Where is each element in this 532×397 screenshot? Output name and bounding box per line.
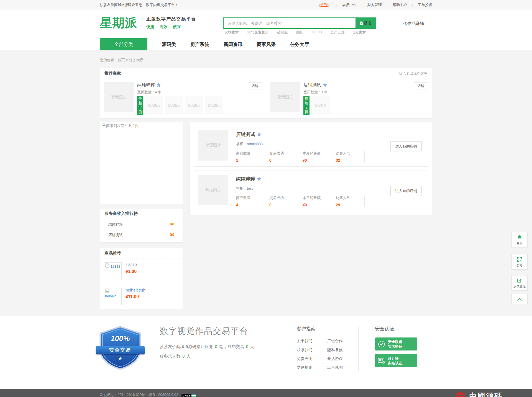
stat-cell: 访客人气 32 — [336, 151, 365, 163]
footer-link-contact-us[interactable]: 联系我们 — [297, 347, 327, 352]
shop-button[interactable]: 店铺 — [248, 82, 262, 89]
nav-all-categories[interactable]: 全部分类 — [100, 38, 147, 50]
topbar-link-member-center[interactable]: 会员中心 — [342, 2, 357, 7]
enter-shop-button[interactable]: 进入Ta的店铺 — [390, 141, 422, 151]
revenue-ranking-panel: 服务商收入排行榜 纯纯粹粹 ¥0 店铺测试 ¥0 — [100, 208, 183, 243]
shop-image-placeholder[interactable]: 暂无图片 — [198, 130, 228, 161]
product-thumb[interactable]: 12313 — [104, 262, 122, 280]
hot-keyword[interactable]: 会声会影 — [331, 30, 345, 35]
shop-image-placeholder[interactable]: 暂无图片 — [198, 175, 228, 205]
star-icon — [323, 83, 327, 87]
topbar-link-help-center[interactable]: 帮助中心 — [393, 2, 407, 7]
stat-cell: 交易成功 0 — [269, 151, 298, 163]
upload-works-button[interactable]: 上传作品赚钱 — [391, 18, 432, 29]
footer-link-trade-rules[interactable]: 交易规则 — [297, 365, 327, 370]
product-thumb-alt: heiheic — [105, 294, 116, 298]
hot-keyword[interactable]: 破解版 — [277, 30, 288, 35]
item-thumb-placeholder[interactable]: 暂无图片 — [185, 96, 203, 114]
hot-keyword[interactable]: LOGO — [312, 30, 322, 35]
platform-title: 数字视觉作品交易平台 — [160, 326, 281, 337]
served-count: 0 — [215, 344, 217, 349]
tagline: 正版数字产品交易平台 便捷 高效 便宜 — [146, 16, 196, 29]
nav-item-merchant-style[interactable]: 商家风采 — [257, 41, 276, 48]
product-recommend-panel: 商品推荐 12313 12313 ¥1.00 — [100, 248, 183, 310]
panel-title: 商品推荐 — [104, 251, 121, 256]
security-certification: 安全认证 安全联盟 实名验证 设计师 实名认证 — [375, 326, 417, 371]
hot-keyword[interactable]: 婚庆 — [296, 30, 303, 35]
product-item: heiheic heiheiceshi ¥11.00 — [100, 284, 183, 309]
bell-icon — [517, 234, 522, 240]
product-price: ¥11.00 — [126, 294, 146, 299]
qr-code-icon — [517, 257, 522, 262]
merchant-image-placeholder[interactable]: 暂无图片 — [270, 82, 300, 112]
nav-item-real-estate[interactable]: 房产系统 — [190, 41, 209, 48]
shop-button[interactable]: 店铺 — [414, 82, 428, 89]
search-input[interactable] — [224, 18, 355, 28]
edit-icon — [517, 278, 522, 283]
product-thumb[interactable]: heiheic — [104, 288, 122, 305]
footer-link-about-us[interactable]: 关于我们 — [297, 339, 327, 344]
divider — [142, 16, 142, 29]
feedback-button[interactable]: 反馈意见 — [511, 275, 528, 291]
enter-shop-button[interactable]: 进入Ta的店铺 — [390, 186, 422, 196]
nav-item-news[interactable]: 新闻资讯 — [224, 41, 242, 48]
shop-name[interactable]: 纯纯粹粹 — [236, 176, 255, 182]
divider: | — [362, 3, 362, 7]
pavilion-icon — [454, 391, 467, 397]
item-thumb-placeholder[interactable]: 暂无图片 — [205, 96, 223, 114]
security-alliance-badge[interactable]: 安全联盟 实名验证 — [375, 337, 417, 350]
footer-link-sell-instructions[interactable]: 出售说明 — [327, 365, 358, 370]
hot-keyword[interactable]: 实拍素材 — [224, 30, 239, 35]
product-price: ¥1.00 — [126, 269, 137, 274]
ranking-shop-name[interactable]: 店铺测试 — [108, 233, 123, 238]
shop-list: 暂无图片 店铺测试 掌柜：admin888 商品数量 1 — [190, 122, 432, 215]
shop-name[interactable]: 店铺测试 — [236, 131, 255, 138]
ranking-value: ¥0 — [170, 233, 174, 238]
product-title[interactable]: heiheiceshi — [126, 288, 146, 292]
item-thumb-placeholder[interactable]: 暂无图片 — [145, 96, 163, 114]
cnzz-counter-badge[interactable]: CNZZ — [181, 394, 196, 397]
merchant-image-placeholder[interactable]: 暂无图片 — [104, 82, 134, 112]
hot-keyword[interactable]: 1元素材 — [353, 30, 366, 35]
ad-banner[interactable]: 商家列表页左上广告 — [100, 122, 183, 204]
footer-link-disclaimer[interactable]: 免责声明 — [297, 356, 327, 361]
breadcrumb: 您的位置：首页 > 任务大厅 — [100, 50, 432, 63]
appear-here-link[interactable]: 我也要出现在这里 — [399, 71, 428, 76]
users-stats-line: 服务总人数8人 — [160, 354, 281, 359]
site-logo[interactable]: 星期派 — [100, 17, 137, 29]
back-to-top-button[interactable] — [511, 294, 528, 304]
nav-item-task-hall[interactable]: 任务大厅 — [290, 41, 309, 48]
search-submit-button[interactable]: 提交 — [355, 18, 375, 28]
footer-link-ad-cooperation[interactable]: 广告合作 — [327, 339, 358, 344]
trade-amount: 0 — [246, 344, 248, 349]
designer-verified-badge[interactable]: 设计师 实名认证 — [375, 354, 417, 367]
nav-item-source-code[interactable]: 源码类 — [162, 41, 176, 48]
topbar-link-finance[interactable]: 财务管理 — [367, 2, 382, 7]
merchant-name[interactable]: 纯纯粹粹 — [137, 82, 155, 88]
checkin-link[interactable]: 签到 — [321, 3, 328, 7]
product-title[interactable]: 12313 — [126, 262, 137, 267]
badge-ribbon: 安全交易 — [96, 346, 145, 354]
item-thumb-placeholder[interactable]: 暂无图片 — [311, 96, 329, 114]
ranking-shop-name[interactable]: 纯纯粹粹 — [108, 222, 123, 227]
left-sidebar: 商家列表页左上广告 服务商收入排行榜 纯纯粹粹 ¥0 店铺测试 ¥0 — [100, 122, 183, 310]
customer-service-button[interactable]: 客服 — [511, 232, 528, 248]
header: 星期派 正版数字产品交易平台 便捷 高效 便宜 提交 实拍素材 — [0, 10, 532, 50]
breadcrumb-home[interactable]: 首页 — [118, 58, 125, 62]
item-thumb-placeholder[interactable]: 暂无图片 — [165, 96, 183, 114]
hot-keywords: 实拍素材 大气企业相册 破解版 婚庆 LOGO 会声会影 1元素材 — [224, 30, 366, 35]
merchant-name[interactable]: 店铺测试 — [303, 82, 321, 88]
copyright-line: CopyRight 2014-2016 ICP证：浙B1-008008 0.02… — [100, 391, 432, 397]
product-thumb-alt: 12313 — [111, 264, 121, 269]
footer-link-open-shop-agreement[interactable]: 开店协议 — [327, 356, 358, 361]
ranking-row: 纯纯粹粹 ¥0 — [100, 219, 183, 230]
ad-alt-text: 商家列表页左上广告 — [106, 123, 139, 128]
topbar-link-ticket-complaint[interactable]: 工单投诉 — [418, 2, 432, 7]
customer-guide: 客户指南 关于我们 广告合作 联系我们 隐私条款 免责声明 开店协议 交易规则 … — [297, 326, 358, 371]
recommended-merchants-panel: 推荐商家 我也要出现在这里 暂无图片 纯纯粹粹 宝贝数量：4件 最新宝贝 暂无图 — [100, 68, 432, 118]
item-count-label: 宝贝数量：4件 — [137, 90, 262, 95]
official-account-button[interactable]: 公号 — [511, 254, 528, 270]
newest-items-tag: 最新宝贝 — [137, 96, 143, 115]
footer-link-privacy[interactable]: 隐私条款 — [327, 347, 358, 352]
hot-keyword[interactable]: 大气企业相册 — [247, 30, 269, 35]
